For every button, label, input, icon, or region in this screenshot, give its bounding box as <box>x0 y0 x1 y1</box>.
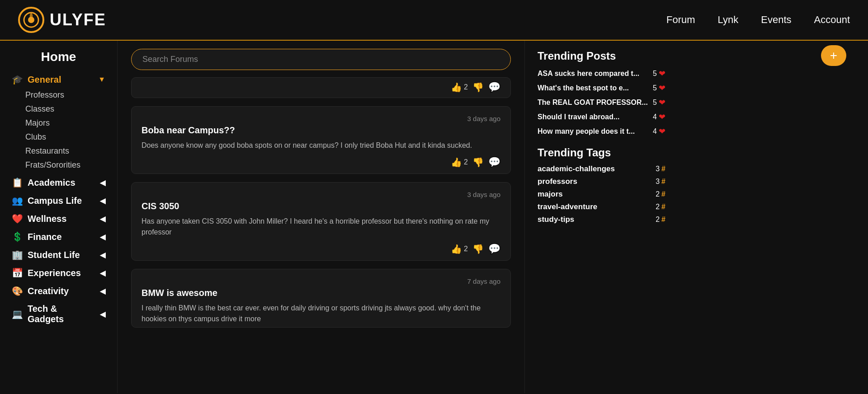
tag-num-0: 3 <box>656 165 660 173</box>
heart-icon-0: ❤ <box>659 69 665 79</box>
chevron-down-icon: ▼ <box>98 75 105 84</box>
chevron-left-campus: ◀ <box>100 197 105 205</box>
nav-account[interactable]: Account <box>814 14 850 26</box>
thumbdown-icon-0: 👎 <box>472 82 484 93</box>
logo-area[interactable]: ULYFE <box>18 7 106 33</box>
heart-count-3: 4 <box>653 113 657 121</box>
sidebar-wellness[interactable]: ❤️ Wellness ◀ <box>9 210 108 228</box>
finance-icon: 💲 <box>12 231 23 242</box>
sidebar-tech-label: Tech & Gadgets <box>28 304 95 324</box>
sidebar-general-label: General <box>28 75 61 85</box>
logo-text: ULYFE <box>50 10 106 29</box>
post-card-bmw: 7 days ago BMW is awesome I really thin … <box>131 269 511 328</box>
tag-item-1[interactable]: professors 3 # <box>538 177 665 186</box>
chevron-left-experiences: ◀ <box>100 269 105 277</box>
comment-button-0[interactable]: 💬 <box>488 81 500 93</box>
nav-events[interactable]: Events <box>761 14 791 26</box>
search-input[interactable] <box>131 49 511 70</box>
sidebar-tech-gadgets[interactable]: 💻 Tech & Gadgets ◀ <box>9 300 108 328</box>
main-layout: Home 🎓 General ▼ Professors Classes Majo… <box>0 41 868 393</box>
chevron-left-tech: ◀ <box>100 310 105 319</box>
thumbup-icon-0: 👍 <box>451 82 462 93</box>
sidebar-item-restaurants[interactable]: Restaurants <box>22 145 108 158</box>
like-button-0[interactable]: 👍 2 <box>451 82 468 93</box>
campus-life-icon: 👥 <box>12 195 23 206</box>
tag-item-3[interactable]: travel-adventure 2 # <box>538 202 665 211</box>
dislike-button-boba[interactable]: 👎 <box>472 157 484 168</box>
heart-icon-1: ❤ <box>659 83 665 93</box>
dislike-button-0[interactable]: 👎 <box>472 82 484 93</box>
creativity-icon: 🎨 <box>12 286 23 296</box>
post-actions-0: 👍 2 👎 💬 <box>142 81 500 93</box>
sidebar-student-life[interactable]: 🏢 Student Life ◀ <box>9 246 108 264</box>
graduation-icon: 🎓 <box>12 74 23 85</box>
sidebar-item-majors[interactable]: Majors <box>22 117 108 130</box>
sidebar-home-label: Home <box>9 50 108 64</box>
header: ULYFE Forum Lynk Events Account <box>0 0 868 41</box>
trending-heart-1: 5 ❤ <box>653 83 665 93</box>
like-button-boba[interactable]: 👍 2 <box>451 157 468 168</box>
trending-post-1[interactable]: What's the best spot to e... 5 ❤ <box>538 83 665 93</box>
trending-post-label-2: The REAL GOAT PROFESSOR... <box>538 98 653 107</box>
nav-lynk[interactable]: Lynk <box>718 14 739 26</box>
trending-posts-title: Trending Posts <box>538 50 665 62</box>
sidebar-item-classes[interactable]: Classes <box>22 103 108 116</box>
comment-button-cis3050[interactable]: 💬 <box>488 243 500 255</box>
trending-post-label-0: ASA sucks here compared t... <box>538 70 653 78</box>
sidebar-item-clubs[interactable]: Clubs <box>22 131 108 144</box>
sidebar-campus-life-label: Campus Life <box>28 196 82 206</box>
academics-icon: 📋 <box>12 177 23 188</box>
heart-icon-3: ❤ <box>659 112 665 122</box>
sidebar-general-subitems: Professors Classes Majors Clubs Restaura… <box>9 89 108 172</box>
trending-post-4[interactable]: How many people does it t... 4 ❤ <box>538 127 665 136</box>
post-body-cis3050: Has anyone taken CIS 3050 with John Mill… <box>142 216 500 238</box>
tag-label-4: study-tips <box>538 215 574 224</box>
header-nav: Forum Lynk Events Account <box>666 14 850 26</box>
trending-tags-title: Trending Tags <box>538 146 665 159</box>
post-card-cis3050: 3 days ago CIS 3050 Has anyone taken CIS… <box>131 182 511 261</box>
like-button-cis3050[interactable]: 👍 2 <box>451 244 468 254</box>
sidebar-section-general: 🎓 General ▼ Professors Classes Majors Cl… <box>9 70 108 172</box>
heart-count-2: 5 <box>653 98 657 107</box>
tag-label-3: travel-adventure <box>538 202 597 211</box>
sidebar-campus-life[interactable]: 👥 Campus Life ◀ <box>9 192 108 210</box>
tag-hash-0: # <box>661 165 665 173</box>
sidebar-item-frats[interactable]: Frats/Sororities <box>22 159 108 172</box>
nav-forum[interactable]: Forum <box>666 14 695 26</box>
like-count-boba: 2 <box>464 158 468 166</box>
sidebar-academics[interactable]: 📋 Academics ◀ <box>9 174 108 192</box>
trending-post-2[interactable]: The REAL GOAT PROFESSOR... 5 ❤ <box>538 98 665 108</box>
sidebar: Home 🎓 General ▼ Professors Classes Majo… <box>0 41 118 393</box>
heart-count-4: 4 <box>653 127 657 136</box>
tag-item-4[interactable]: study-tips 2 # <box>538 215 665 224</box>
tag-count-4: 2 # <box>656 216 665 224</box>
dislike-button-cis3050[interactable]: 👎 <box>472 244 484 254</box>
search-bar-wrap <box>131 41 511 77</box>
post-meta-cis3050: 3 days ago <box>142 191 500 198</box>
trending-heart-0: 5 ❤ <box>653 69 665 79</box>
tag-item-2[interactable]: majors 2 # <box>538 190 665 199</box>
post-title-boba[interactable]: Boba near Campus?? <box>142 125 500 136</box>
trending-posts-list: ASA sucks here compared t... 5 ❤ What's … <box>538 69 665 136</box>
trending-post-0[interactable]: ASA sucks here compared t... 5 ❤ <box>538 69 665 79</box>
thumbdown-icon-boba: 👎 <box>472 157 484 168</box>
comment-icon-boba: 💬 <box>488 156 500 168</box>
sidebar-general-header[interactable]: 🎓 General ▼ <box>9 70 108 89</box>
comment-button-boba[interactable]: 💬 <box>488 156 500 168</box>
tag-item-0[interactable]: academic-challenges 3 # <box>538 164 665 174</box>
post-title-cis3050[interactable]: CIS 3050 <box>142 201 500 211</box>
like-count-0: 2 <box>464 83 468 91</box>
sidebar-finance[interactable]: 💲 Finance ◀ <box>9 228 108 246</box>
tag-count-3: 2 # <box>656 203 665 211</box>
center-feed: 👍 2 👎 💬 3 days ago Boba near Campus?? Do… <box>118 41 524 393</box>
sidebar-creativity[interactable]: 🎨 Creativity ◀ <box>9 282 108 300</box>
tag-hash-1: # <box>661 178 665 186</box>
sidebar-item-professors[interactable]: Professors <box>22 89 108 102</box>
tag-hash-2: # <box>661 190 665 198</box>
sidebar-experiences[interactable]: 📅 Experiences ◀ <box>9 264 108 282</box>
post-title-bmw[interactable]: BMW is awesome <box>142 288 500 298</box>
trending-post-3[interactable]: Should I travel abroad... 4 ❤ <box>538 112 665 122</box>
post-body-boba: Does anyone know any good boba spots on … <box>142 140 500 151</box>
chevron-left-wellness: ◀ <box>100 215 105 223</box>
new-post-fab[interactable]: + <box>821 45 846 66</box>
